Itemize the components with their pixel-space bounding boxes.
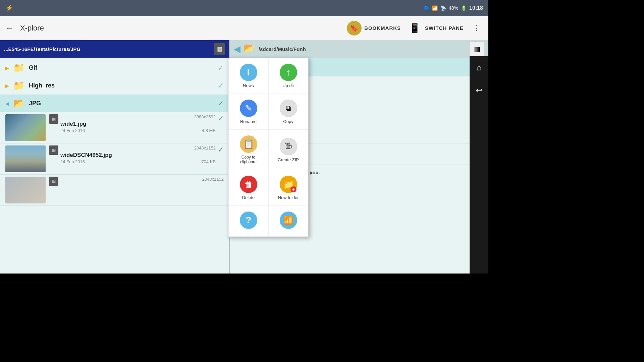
file-type-icon: ▦ <box>49 114 58 124</box>
check-icon: ✓ <box>218 81 224 90</box>
context-menu-new-folder[interactable]: 📁 + New folder <box>268 170 308 206</box>
file-date: 24 Feb 2016 <box>60 159 85 164</box>
back-button[interactable]: ← <box>5 23 13 33</box>
expand-arrow-icon: ▶ <box>5 83 9 88</box>
right-path-folder-icon: 📂 <box>243 43 256 55</box>
file-type-icon: ▦ <box>49 177 58 186</box>
context-menu-copy-to-clipboard[interactable]: 📋 Copy toclipboard <box>228 130 268 170</box>
switch-pane-button[interactable]: 📱 SWITCH PANE <box>408 21 464 36</box>
time-display: 10:18 <box>469 5 483 11</box>
status-icons: 🔵 📶 📡 48% 🔋 10:18 <box>424 5 483 11</box>
switch-pane-icon: 📱 <box>408 21 422 36</box>
file-size: 704 KB <box>201 159 216 164</box>
left-path-bar: ...E545-16FE/Tests/Pictures/JPG ▦ <box>0 40 229 58</box>
file-check-icon: ✓ <box>218 145 224 154</box>
status-bar: ⚡ 🔵 📶 📡 48% 🔋 10:18 <box>0 0 488 16</box>
file-dims: 2048x1152 <box>60 145 216 150</box>
bookmarks-icon: 🔖 <box>347 21 362 36</box>
list-item[interactable]: ▶ 📁 High_res ✓ <box>0 77 229 95</box>
app-title: X-plore <box>20 24 340 33</box>
folder-name: High_res <box>29 82 214 89</box>
expand-arrow-icon: ◀ <box>5 101 9 106</box>
more-options-button[interactable]: ⋮ <box>470 22 483 34</box>
right-path-bar: ◀ 📂 /sdcard/Music/Funh ▦ <box>230 40 488 58</box>
home-icon[interactable]: ⌂ <box>477 63 482 72</box>
left-path-text: ...E545-16FE/Tests/Pictures/JPG <box>4 46 211 52</box>
context-menu-wifi[interactable]: 📶 <box>268 206 308 237</box>
context-menu-news[interactable]: i News <box>228 58 268 94</box>
context-menu-updir[interactable]: ↑ Up dir <box>268 58 308 94</box>
updir-label: Up dir <box>282 83 294 88</box>
app-bar: ← X-plore 🔖 BOOKMARKS 📱 SWITCH PANE ⋮ <box>0 16 488 40</box>
left-path-icon: ▦ <box>214 43 225 55</box>
news-label: News <box>243 83 254 88</box>
usb-icon: ⚡ <box>5 4 13 12</box>
delete-label: Delete <box>242 195 255 200</box>
check-icon: ✓ <box>218 64 224 72</box>
zip-icon: 🗜 <box>280 138 297 155</box>
right-view-icon[interactable]: ▦ <box>470 42 484 56</box>
rename-icon: ✎ <box>240 100 257 117</box>
file-name: wide1.jpg <box>60 121 216 127</box>
file-meta: 24 Feb 2016 704 KB <box>60 159 216 164</box>
new-folder-label: New folder <box>278 195 299 200</box>
signal-icon: 📡 <box>440 5 446 11</box>
copy-icon: ⧉ <box>280 100 297 117</box>
file-check-icon: ✓ <box>218 114 224 123</box>
bluetooth-icon: 🔵 <box>424 5 429 11</box>
left-file-list: ▶ 📁 Gif ✓ ▶ 📁 High_res ✓ ◀ 📂 JPG ✓ <box>0 58 229 274</box>
file-info: ▦ 3888x2592 wide1.jpg 24 Feb 2016 4.8 MB… <box>49 114 224 133</box>
folder-icon: 📁 <box>13 62 25 73</box>
context-menu-help[interactable]: ? <box>228 206 268 237</box>
context-menu-create-zip[interactable]: 🗜 Create ZIP <box>268 130 308 170</box>
create-zip-label: Create ZIP <box>278 157 299 162</box>
file-size: 4.8 MB <box>202 128 216 133</box>
context-menu-rename[interactable]: ✎ Rename <box>228 94 268 130</box>
check-icon: ✓ <box>218 99 224 108</box>
file-thumbnail <box>5 145 46 172</box>
clipboard-icon: 📋 <box>240 135 257 153</box>
list-item[interactable]: ▦ 3888x2592 wide1.jpg 24 Feb 2016 4.8 MB… <box>0 112 229 143</box>
list-item[interactable]: ▦ 2048x1152 <box>0 175 229 206</box>
copy-label: Copy <box>283 119 293 124</box>
news-icon: i <box>240 64 257 81</box>
file-dims: 2048x1152 <box>60 177 224 182</box>
charging-icon: 🔋 <box>461 5 467 11</box>
updir-icon: ↑ <box>280 64 297 81</box>
file-info: ▦ 2048x1152 <box>49 177 224 186</box>
context-menu-delete[interactable]: 🗑 Delete <box>228 170 268 206</box>
switch-pane-label: SWITCH PANE <box>425 25 464 31</box>
right-side-panel: ⌂ ↩ <box>470 56 488 274</box>
file-meta: 24 Feb 2016 4.8 MB <box>60 128 216 133</box>
file-date: 24 Feb 2016 <box>60 128 85 133</box>
file-type-icon: ▦ <box>49 145 58 155</box>
list-item[interactable]: ▦ 2048x1152 wideDSCN4952.jpg 24 Feb 2016… <box>0 143 229 175</box>
file-thumbnail <box>5 114 46 141</box>
expand-arrow-icon: ▶ <box>5 65 9 71</box>
file-dims: 3888x2592 <box>60 114 216 119</box>
folder-icon: 📁 <box>13 80 25 91</box>
battery-text: 48% <box>449 5 458 11</box>
rename-label: Rename <box>240 119 257 124</box>
right-expand-icon: ◀ <box>234 44 240 54</box>
copy-to-clipboard-label: Copy toclipboard <box>240 155 257 164</box>
delete-icon: 🗑 <box>240 176 257 193</box>
context-menu: i News ↑ Up dir ✎ Rename ⧉ Copy <box>228 58 309 237</box>
file-thumbnail <box>5 177 46 203</box>
back-icon[interactable]: ↩ <box>476 86 482 95</box>
main-area: ...E545-16FE/Tests/Pictures/JPG ▦ ▶ 📁 Gi… <box>0 40 488 274</box>
file-info: ▦ 2048x1152 wideDSCN4952.jpg 24 Feb 2016… <box>49 145 224 164</box>
list-item[interactable]: ◀ 📂 JPG ✓ <box>0 95 229 112</box>
file-name: wideDSCN4952.jpg <box>60 152 216 159</box>
folder-name: JPG <box>29 100 214 107</box>
context-menu-copy[interactable]: ⧉ Copy <box>268 94 308 130</box>
help-icon: ? <box>240 212 257 229</box>
left-pane: ...E545-16FE/Tests/Pictures/JPG ▦ ▶ 📁 Gi… <box>0 40 230 274</box>
wifi-icon: 📶 <box>432 5 438 11</box>
right-path-text: /sdcard/Music/Funh <box>259 46 467 52</box>
bookmarks-label: BOOKMARKS <box>364 25 401 31</box>
folder-icon: 📂 <box>13 98 25 109</box>
wifi-icon: 📶 <box>280 212 297 229</box>
list-item[interactable]: ▶ 📁 Gif ✓ <box>0 59 229 77</box>
bookmarks-button[interactable]: 🔖 BOOKMARKS <box>347 21 401 36</box>
